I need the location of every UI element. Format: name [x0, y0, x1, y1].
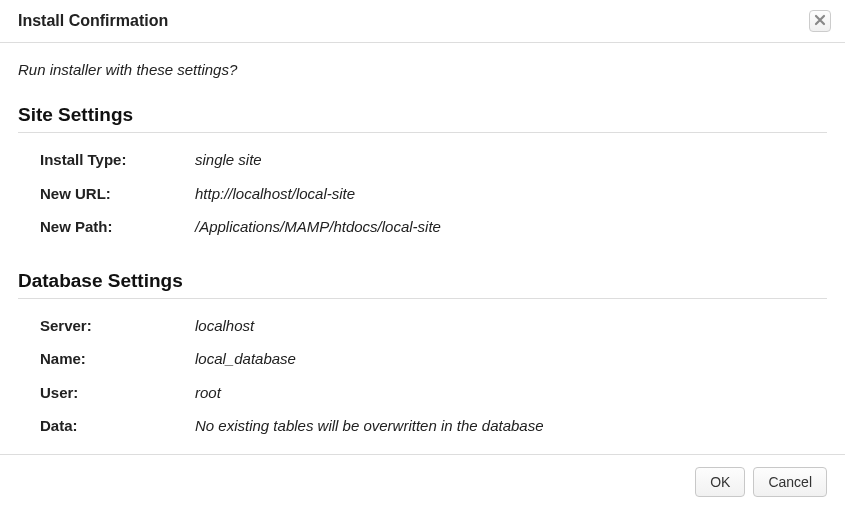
new-path-label: New Path:: [40, 214, 195, 240]
new-path-row: New Path: /Applications/MAMP/htdocs/loca…: [18, 210, 827, 244]
dialog-titlebar: Install Confirmation: [0, 0, 845, 43]
site-settings-heading: Site Settings: [18, 104, 827, 133]
install-type-row: Install Type: single site: [18, 143, 827, 177]
confirmation-prompt: Run installer with these settings?: [18, 61, 827, 78]
db-server-row: Server: localhost: [18, 309, 827, 343]
dialog-title: Install Confirmation: [18, 12, 168, 30]
new-path-value: /Applications/MAMP/htdocs/local-site: [195, 214, 441, 240]
cancel-button[interactable]: Cancel: [753, 467, 827, 497]
db-server-value: localhost: [195, 313, 254, 339]
install-type-label: Install Type:: [40, 147, 195, 173]
db-user-label: User:: [40, 380, 195, 406]
close-button[interactable]: [809, 10, 831, 32]
database-settings-heading: Database Settings: [18, 270, 827, 299]
db-name-row: Name: local_database: [18, 342, 827, 376]
db-name-value: local_database: [195, 346, 296, 372]
db-server-label: Server:: [40, 313, 195, 339]
ok-button[interactable]: OK: [695, 467, 745, 497]
db-data-value: No existing tables will be overwritten i…: [195, 413, 544, 439]
db-name-label: Name:: [40, 346, 195, 372]
new-url-value: http://localhost/local-site: [195, 181, 355, 207]
new-url-row: New URL: http://localhost/local-site: [18, 177, 827, 211]
dialog-content: Run installer with these settings? Site …: [0, 43, 845, 454]
database-settings-section: Database Settings Server: localhost Name…: [18, 270, 827, 443]
site-settings-section: Site Settings Install Type: single site …: [18, 104, 827, 244]
new-url-label: New URL:: [40, 181, 195, 207]
install-confirmation-dialog: Install Confirmation Run installer with …: [0, 0, 845, 509]
db-data-label: Data:: [40, 413, 195, 439]
install-type-value: single site: [195, 147, 262, 173]
close-icon: [814, 12, 826, 30]
dialog-footer: OK Cancel: [0, 454, 845, 509]
db-user-row: User: root: [18, 376, 827, 410]
db-data-row: Data: No existing tables will be overwri…: [18, 409, 827, 443]
db-user-value: root: [195, 380, 221, 406]
